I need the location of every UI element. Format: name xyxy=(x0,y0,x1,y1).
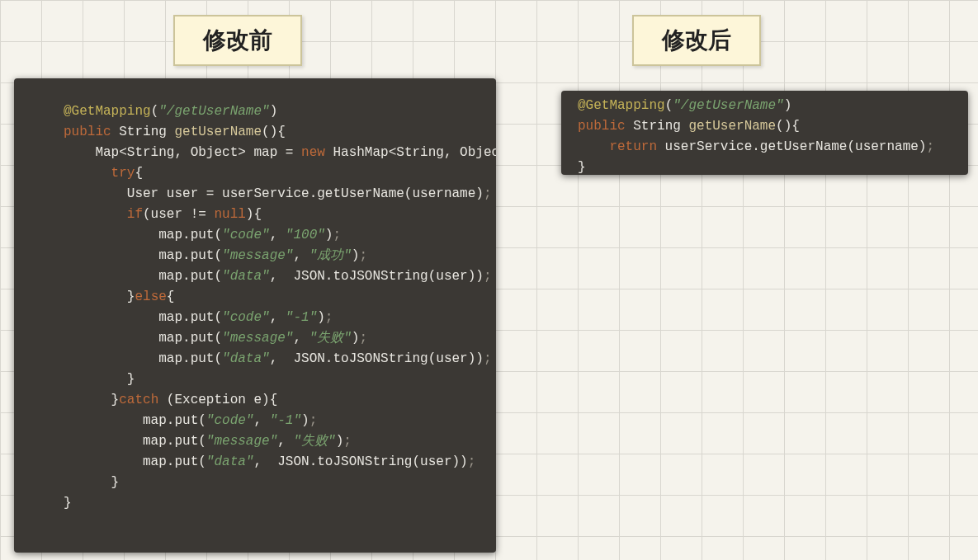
code-panel-after: @GetMapping("/getUserName") public Strin… xyxy=(561,91,968,175)
code-text: userService.getUserName(username) xyxy=(657,139,926,154)
semicolon: ; xyxy=(359,248,367,263)
brace: } xyxy=(64,475,119,490)
string-literal: "message" xyxy=(206,434,277,449)
semicolon: ; xyxy=(309,413,318,428)
keyword-try: try xyxy=(111,166,135,181)
string-literal: "message" xyxy=(222,248,293,263)
label-after: 修改后 xyxy=(632,15,761,66)
brace: } xyxy=(64,496,72,511)
brace: { xyxy=(167,289,175,304)
keyword-catch: catch xyxy=(119,393,158,407)
rparen: ) xyxy=(270,104,278,119)
keyword-if: if xyxy=(127,207,143,222)
code-text: , JSON.toJSONString(user)) xyxy=(270,269,484,284)
string-literal: "code" xyxy=(222,228,270,242)
string-literal: "data" xyxy=(206,454,254,469)
keyword-else: else xyxy=(135,289,166,304)
brace: } xyxy=(64,393,119,407)
space xyxy=(681,119,689,134)
type-string: String xyxy=(633,119,681,134)
comma: , xyxy=(293,248,309,263)
comma: , xyxy=(270,228,286,242)
code-text: (user != xyxy=(143,207,214,222)
code-text: map.put( xyxy=(64,454,206,469)
brace: } xyxy=(64,372,135,387)
code-text: map.put( xyxy=(64,228,222,242)
rparen: ) xyxy=(317,310,325,325)
semicolon: ; xyxy=(926,139,934,154)
rparen: ) xyxy=(336,434,344,449)
code-text: map.put( xyxy=(64,434,206,449)
space xyxy=(626,119,634,134)
method-name: getUserName xyxy=(174,125,262,139)
comma: , xyxy=(253,413,269,428)
lparen: ( xyxy=(665,98,673,113)
rparen: ) xyxy=(784,98,792,113)
keyword-new: new xyxy=(301,145,325,160)
semicolon: ; xyxy=(359,331,367,346)
semicolon: ; xyxy=(325,310,333,325)
keyword-null: null xyxy=(214,207,245,222)
code-text: map.put( xyxy=(64,269,222,284)
code-text: map.put( xyxy=(64,413,206,428)
string-literal: "-1" xyxy=(270,413,301,428)
brace: } xyxy=(578,160,586,175)
string-literal: "失败" xyxy=(309,331,352,346)
code-panel-before: @GetMapping("/getUserName") public Strin… xyxy=(14,78,496,553)
string-literal: "成功" xyxy=(309,248,352,263)
semicolon: ; xyxy=(333,228,341,242)
code-text: , JSON.toJSONString(user)) xyxy=(253,454,467,469)
space xyxy=(167,125,175,139)
type-string: String xyxy=(119,125,167,139)
code-text: Map<String, Object> map = xyxy=(64,145,301,160)
code-text: map.put( xyxy=(64,248,222,263)
string-literal: "message" xyxy=(222,331,293,346)
annotation: @GetMapping xyxy=(64,104,151,119)
string-literal: "/getUserName" xyxy=(158,104,269,119)
annotation: @GetMapping xyxy=(578,98,665,113)
code-text: HashMap<String, Object>() xyxy=(325,145,496,160)
string-literal: "-1" xyxy=(286,310,317,325)
brace: { xyxy=(135,166,143,181)
label-before: 修改前 xyxy=(173,15,302,66)
string-literal: "失败" xyxy=(293,434,335,449)
rparen: ) xyxy=(301,413,309,428)
brace: (){ xyxy=(776,119,800,134)
method-name: getUserName xyxy=(688,119,776,134)
string-literal: "/getUserName" xyxy=(673,98,783,113)
comma: , xyxy=(277,434,293,449)
comma: , xyxy=(293,331,309,346)
indent xyxy=(578,139,609,154)
code-text: User user = userService.getUserName(user… xyxy=(64,186,484,201)
space xyxy=(111,125,120,139)
semicolon: ; xyxy=(484,351,492,366)
code-text: map.put( xyxy=(64,331,222,346)
string-literal: "code" xyxy=(206,413,254,428)
indent xyxy=(64,166,111,181)
semicolon: ; xyxy=(343,434,352,449)
keyword-public: public xyxy=(64,125,111,139)
brace: } xyxy=(64,289,135,304)
indent xyxy=(64,207,127,222)
lparen: ( xyxy=(151,104,159,119)
brace: (){ xyxy=(262,125,286,139)
string-literal: "data" xyxy=(222,269,270,284)
keyword-return: return xyxy=(609,139,657,154)
comma: , xyxy=(270,310,286,325)
code-text: , JSON.toJSONString(user)) xyxy=(270,351,484,366)
string-literal: "100" xyxy=(286,228,325,242)
string-literal: "code" xyxy=(222,310,270,325)
keyword-public: public xyxy=(578,119,626,134)
string-literal: "data" xyxy=(222,351,270,366)
semicolon: ; xyxy=(484,186,492,201)
semicolon: ; xyxy=(468,454,476,469)
brace: ){ xyxy=(246,207,262,222)
code-text: map.put( xyxy=(64,351,222,366)
code-text: (Exception e){ xyxy=(158,393,277,407)
semicolon: ; xyxy=(484,269,492,284)
code-text: map.put( xyxy=(64,310,222,325)
